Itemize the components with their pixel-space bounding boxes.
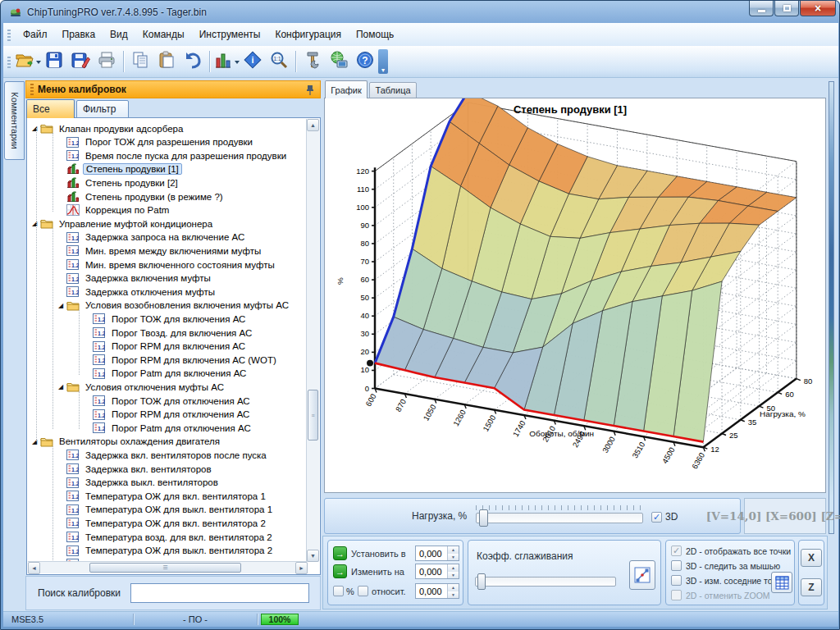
undo-button[interactable] (180, 49, 206, 74)
chart-view-button[interactable] (213, 49, 240, 74)
tree-item[interactable]: 1.2Порог Patm для отключения АС (84, 421, 253, 435)
scroll-thumb[interactable]: ≡ (308, 390, 318, 441)
tree-item[interactable]: 1.2Задержка запроса на включение АС (58, 231, 247, 244)
spin-down-icon[interactable]: ▼ (448, 554, 459, 561)
checkbox[interactable] (671, 590, 682, 600)
checkbox-relative[interactable] (358, 586, 368, 596)
copy-button[interactable] (127, 49, 153, 74)
scroll-up-arrow[interactable]: ▲ (307, 119, 319, 131)
view-option-1[interactable]: 3D - следить за мышью (671, 560, 780, 571)
tab-table[interactable]: Таблица (369, 82, 417, 98)
print-button[interactable] (94, 49, 120, 74)
tree-item[interactable]: 1.2Порог ТОЖ для отключения АС (84, 394, 253, 408)
expander-icon[interactable]: ◢ (58, 383, 66, 390)
tree-item[interactable]: 1.2Порог RPM для включения АС (WOT) (84, 353, 279, 367)
menu-item-1[interactable]: Правка (56, 25, 103, 43)
tree-item[interactable]: 1.2Задержка отключения муфты (58, 285, 217, 299)
set-value-spinner[interactable]: 0,000 ▲▼ (415, 546, 459, 561)
tools-button[interactable] (299, 49, 326, 74)
load-slider[interactable] (476, 513, 643, 523)
tab-all[interactable]: Все (26, 99, 75, 118)
change-value-spinner[interactable]: 0,000 ▲▼ (415, 564, 459, 579)
tree-horizontal-scrollbar[interactable]: ◄ ► ☰ (28, 561, 308, 573)
relative-value-spinner[interactable]: 0,000 ▲▼ (415, 583, 459, 599)
menu-item-5[interactable]: Конфигурация (268, 25, 348, 43)
toolbar-overflow-button[interactable]: ▾ (378, 49, 388, 74)
save-button[interactable] (41, 49, 67, 74)
checkbox-percent[interactable] (333, 586, 344, 596)
tree-vertical-scrollbar[interactable]: ▲ ▼ ≡ (306, 119, 319, 562)
checkbox[interactable] (671, 560, 682, 571)
tree-item[interactable]: ◢Вентиляторы охлаждения двигателя (32, 435, 222, 449)
paste-button[interactable] (153, 49, 180, 74)
scroll-thumb-h[interactable]: ☰ (89, 563, 241, 573)
checkbox[interactable] (671, 575, 682, 586)
tree-item[interactable]: ◢Управление муфтой кондиционера (32, 217, 215, 231)
help-button[interactable]: ? (352, 49, 378, 74)
maximize-button[interactable] (774, 1, 799, 16)
menu-item-4[interactable]: Инструменты (193, 25, 267, 43)
tree-item[interactable]: 1.2Порог ТОЖ для разрешения продувки (58, 135, 255, 149)
title-bar[interactable]: ChipTuningPRO ver.7.4.8.995 - Tager.bin (1, 1, 840, 23)
spin-down-icon[interactable]: ▼ (448, 591, 459, 599)
save-as-button[interactable] (67, 49, 94, 74)
load-slider-thumb[interactable] (479, 509, 488, 527)
close-button[interactable]: × (800, 1, 836, 16)
tree-item[interactable]: ◢Условия отключения муфты АС (58, 380, 226, 394)
tree-item[interactable]: 1.2Порог ТОЖ для включения АС (84, 312, 248, 326)
table-points-button[interactable] (771, 572, 792, 593)
tab-graph[interactable]: График (325, 80, 368, 98)
info-button[interactable]: i (240, 49, 266, 74)
minimize-button[interactable] (749, 1, 774, 16)
smoothing-slider[interactable] (475, 577, 616, 587)
surface-chart-area[interactable]: 0102030405060708090100110120600870105012… (324, 98, 826, 493)
tree-item[interactable]: 1.2Температура ОЖ для выкл. вентилятора … (58, 503, 275, 517)
open-button[interactable] (15, 49, 41, 74)
checkbox[interactable]: ✓ (671, 546, 682, 556)
x-axis-button[interactable]: X (801, 549, 822, 567)
scroll-down-arrow[interactable]: ▼ (307, 550, 319, 562)
tree-item[interactable]: 1.2Задержка вкл. вентиляторов после пуск… (58, 448, 269, 462)
tree-item[interactable]: ◢Условия возобновления включения муфты А… (58, 299, 291, 313)
tree-item[interactable]: Коррекция по Patm (58, 203, 171, 217)
spin-up-icon[interactable]: ▲ (448, 564, 459, 572)
tree-item[interactable]: 1.2Задержка выкл. вентиляторов (58, 476, 221, 490)
apply-change-button[interactable]: → (333, 564, 347, 578)
tree-item[interactable]: 1.2Мин. время включенного состояния муфт… (58, 258, 277, 272)
web-update-button[interactable] (326, 49, 352, 74)
tree-item[interactable]: 1.2Температура ОЖ для вкл. вентилятора 1 (58, 489, 268, 503)
menu-item-0[interactable]: Файл (16, 25, 54, 43)
find-button[interactable]: 1:1 (266, 49, 292, 74)
tree-item[interactable]: ◢Клапан продувки адсорбера (32, 121, 185, 135)
view-option-3[interactable]: 2D - отменить ZOOM (671, 590, 770, 600)
view-option-2[interactable]: 3D - изм. соседние точки (671, 575, 785, 586)
tree-item[interactable]: Степень продувки [1] (58, 162, 182, 176)
calibration-tree[interactable]: ◢Клапан продувки адсорбера1.2Порог ТОЖ д… (26, 117, 321, 575)
tree-item[interactable]: Степень продувки [2] (58, 176, 180, 189)
tree-item[interactable]: 1.2Мин. время между включениями муфты (58, 244, 263, 258)
checkbox-3d[interactable]: ✓ (651, 512, 662, 523)
tree-item[interactable]: 1.2Порог RPM для отключения АС (84, 408, 252, 422)
menu-item-3[interactable]: Команды (136, 25, 191, 43)
spin-down-icon[interactable]: ▼ (448, 572, 459, 579)
pin-icon[interactable] (305, 84, 315, 96)
smoothing-slider-thumb[interactable] (477, 573, 486, 590)
menu-item-2[interactable]: Вид (103, 25, 135, 43)
tree-item[interactable]: 1.2Задержка вкл. вентиляторов (58, 462, 214, 476)
spin-up-icon[interactable]: ▲ (448, 546, 459, 554)
tree-item[interactable]: 1.2Время после пуска для разрешения прод… (58, 148, 289, 162)
tree-item[interactable]: 1.2Порог Твозд. для включения АС (84, 326, 254, 340)
comments-side-tab[interactable]: Комментарии (4, 81, 25, 160)
scroll-left-arrow[interactable]: ◄ (28, 562, 40, 574)
tree-item[interactable]: Степень продувки (в режиме ?) (58, 189, 226, 203)
tree-item[interactable]: 1.2Задержка включения муфты (58, 272, 213, 285)
apply-set-button[interactable]: → (333, 546, 347, 560)
calibration-search-input[interactable] (130, 583, 309, 603)
z-axis-button[interactable]: Z (801, 578, 822, 596)
view-option-0[interactable]: ✓2D - отображать все точки (671, 546, 791, 556)
curve-edit-button[interactable] (629, 560, 655, 590)
scroll-right-arrow[interactable]: ► (295, 562, 308, 574)
tree-item[interactable]: 1.2Порог Patm для включения АС (84, 367, 249, 381)
spin-up-icon[interactable]: ▲ (448, 584, 459, 591)
tree-item[interactable]: 1.2Температура ОЖ для выкл. вентилятора … (58, 544, 275, 558)
